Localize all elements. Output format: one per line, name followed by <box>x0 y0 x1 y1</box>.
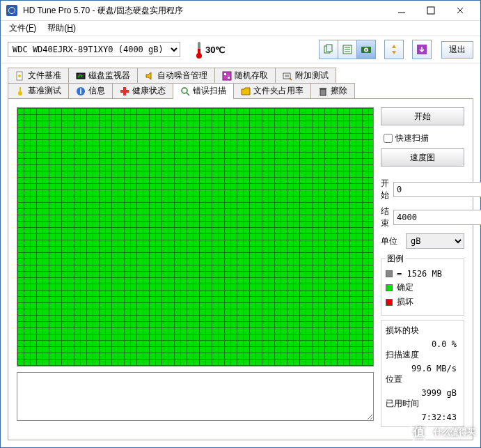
tab-row-2: 基准测试 i信息 健康状态 错误扫描 文件夹占用率 擦除 <box>8 83 473 98</box>
tab-extra-tests[interactable]: 附加测试 <box>275 68 336 83</box>
unit-select[interactable]: gB <box>406 233 464 249</box>
tab-aam[interactable]: 自动噪音管理 <box>137 68 215 83</box>
toolbar: WDC WD40EJRX-89T1XY0 (4000 gB) 30℃ 退出 <box>1 36 480 63</box>
screenshot-button[interactable] <box>356 40 376 59</box>
position-label: 位置 <box>386 373 459 385</box>
tab-file-benchmark[interactable]: 文件基准 <box>8 68 69 83</box>
position-value: 3999 gB <box>386 388 459 398</box>
stats-fieldset: 损坏的块 0.0 % 扫描速度 99.6 MB/s 位置 3999 gB 已用时… <box>381 320 464 427</box>
damaged-blocks-value: 0.0 % <box>386 339 459 349</box>
window-title: HD Tune Pro 5.70 - 硬盘/固态硬盘实用程序 <box>23 5 387 17</box>
legend-title: 图例 <box>386 253 405 265</box>
tab-info[interactable]: i信息 <box>68 83 113 98</box>
start-button[interactable]: 开始 <box>381 107 464 125</box>
range-end-spinner[interactable]: ▲▼ <box>393 210 481 225</box>
range-start-label: 开始 <box>381 178 389 201</box>
scan-speed-label: 扫描速度 <box>386 349 459 361</box>
svg-text:i: i <box>79 86 81 96</box>
maximize-button[interactable] <box>416 1 445 20</box>
svg-rect-26 <box>19 87 21 92</box>
range-end-input[interactable] <box>394 210 481 224</box>
svg-rect-20 <box>224 73 226 75</box>
close-button[interactable] <box>445 1 475 20</box>
svg-rect-21 <box>228 77 230 79</box>
range-start-input[interactable] <box>394 183 481 196</box>
tab-erase[interactable]: 擦除 <box>310 83 355 98</box>
minimize-button[interactable] <box>387 1 416 20</box>
temperature-value: 30℃ <box>205 45 226 55</box>
svg-rect-30 <box>120 90 129 93</box>
speed-map-button[interactable]: 速度图 <box>381 148 464 167</box>
elapsed-value: 7:32:43 <box>386 412 459 422</box>
window-controls <box>387 1 475 20</box>
elapsed-label: 已用时间 <box>386 398 459 410</box>
menu-file[interactable]: 文件(F) <box>3 21 42 36</box>
legend-ok-icon <box>386 284 393 291</box>
options-button[interactable] <box>384 40 404 59</box>
tab-random-access[interactable]: 随机存取 <box>214 68 276 83</box>
svg-rect-33 <box>320 89 326 95</box>
svg-rect-5 <box>326 45 332 52</box>
unit-label: 单位 <box>381 235 402 247</box>
legend-block-icon <box>386 270 393 277</box>
drive-select[interactable]: WDC WD40EJRX-89T1XY0 (4000 gB) <box>8 42 180 57</box>
svg-rect-1 <box>427 7 434 14</box>
quick-scan-label: 快速扫描 <box>395 132 429 144</box>
copy-info-button[interactable] <box>338 40 357 59</box>
svg-rect-22 <box>283 73 290 79</box>
tabs: 文件基准 磁盘监视器 自动噪音管理 随机存取 附加测试 基准测试 i信息 健康状… <box>1 63 480 98</box>
svg-rect-16 <box>77 73 85 79</box>
tab-row-1: 文件基准 磁盘监视器 自动噪音管理 随机存取 附加测试 <box>8 68 473 83</box>
tab-folder-usage[interactable]: 文件夹占用率 <box>233 83 311 98</box>
svg-point-15 <box>18 75 21 77</box>
legend-damaged-icon <box>386 299 393 306</box>
tab-content: 开始 快速扫描 速度图 开始 ▲▼ 结束 ▲▼ <box>8 98 473 440</box>
svg-rect-34 <box>320 88 326 89</box>
menubar: 文件(F) 帮助(H) <box>1 21 480 36</box>
tab-disk-monitor[interactable]: 磁盘监视器 <box>68 68 138 83</box>
titlebar: HD Tune Pro 5.70 - 硬盘/固态硬盘实用程序 <box>1 1 480 21</box>
range-end-label: 结束 <box>381 206 389 229</box>
svg-point-12 <box>365 49 368 51</box>
svg-line-32 <box>187 93 189 95</box>
toolbar-group <box>319 40 376 59</box>
legend-fieldset: 图例 = 1526 MB 确定 损坏 <box>381 253 464 316</box>
quick-scan-checkbox[interactable] <box>384 134 393 143</box>
temperature-display: 30℃ <box>194 40 226 59</box>
range-start-spinner[interactable]: ▲▼ <box>393 182 481 197</box>
exit-button[interactable]: 退出 <box>441 41 473 59</box>
save-button[interactable] <box>412 40 432 59</box>
svg-rect-19 <box>223 72 231 80</box>
svg-point-31 <box>182 88 187 93</box>
log-textbox[interactable] <box>17 372 374 421</box>
scan-grid <box>17 107 374 366</box>
tab-error-scan[interactable]: 错误扫描 <box>173 83 234 98</box>
menu-help[interactable]: 帮助(H) <box>42 21 81 36</box>
app-window: HD Tune Pro 5.70 - 硬盘/固态硬盘实用程序 文件(F) 帮助(… <box>0 0 481 448</box>
scan-speed-value: 99.6 MB/s <box>386 364 459 373</box>
tab-health[interactable]: 健康状态 <box>112 83 173 98</box>
copy-text-button[interactable] <box>319 40 338 59</box>
thermometer-icon <box>194 40 204 59</box>
app-icon <box>6 5 17 16</box>
damaged-blocks-label: 损坏的块 <box>386 325 459 337</box>
tab-benchmark[interactable]: 基准测试 <box>8 83 69 98</box>
